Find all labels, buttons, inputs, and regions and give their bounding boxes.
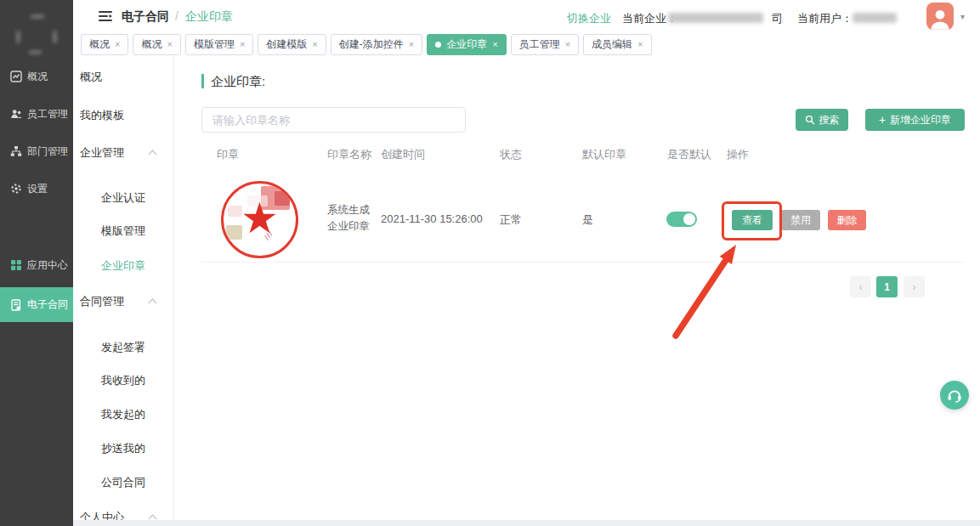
tab-member-edit[interactable]: 成员编辑 × [583,34,651,55]
cell-default-seal: 是 [582,212,593,228]
sidebar-item-label: 应用中心 [27,258,68,273]
close-icon[interactable]: × [565,39,570,49]
tab-overview-1[interactable]: 概况 × [81,34,128,55]
tab-create-add-controls[interactable]: 创建-添加控件 × [331,34,422,55]
pagination-next-button[interactable]: › [904,276,925,297]
submenu-initiate-sign[interactable]: 发起签署 [101,339,145,356]
top-header: 电子合同 / 企业印章 切换企业 当前企业： 司 当前用户： ▾ [73,0,980,32]
current-company-suffix: 司 [772,11,783,26]
page-title: 企业印章: [201,74,265,88]
submenu-cc-me[interactable]: 抄送我的 [101,440,145,457]
submenu-template-mgmt[interactable]: 模版管理 [101,223,145,240]
cell-status: 正常 [500,212,522,228]
tab-overview-2[interactable]: 概况 × [133,34,180,55]
close-icon[interactable]: × [637,39,643,49]
current-company-redacted [668,13,763,23]
submenu-company-contracts[interactable]: 公司合同 [101,474,145,491]
seal-name-search-input[interactable] [201,107,466,133]
open-tabs-bar: 概况 × 概况 × 模版管理 × 创建模版 × 创建-添加控件 × 企业印章 ×… [73,32,980,56]
overview-icon [10,71,22,82]
chevron-up-icon[interactable] [149,299,157,308]
cell-seal-name: 系统生成 企业印章 [327,202,370,235]
sidebar-item-departments[interactable]: 部门管理 [0,134,73,168]
add-enterprise-seal-button[interactable]: + 新增企业印章 [865,109,965,131]
secondary-sidebar: 概况 我的模板 企业管理 企业认证 模版管理 企业印章 合同管理 发起签署 我收… [73,56,174,526]
company-logo [0,7,73,61]
customer-service-fab[interactable] [940,381,969,410]
submenu-initiated[interactable]: 我发起的 [101,406,145,423]
bottom-strip [73,520,980,526]
submenu-enterprise-mgmt[interactable]: 企业管理 [80,144,124,161]
primary-sidebar: 概况 员工管理 部门管理 设置 应用中心 [0,0,73,526]
close-icon[interactable]: × [115,39,120,49]
search-button[interactable]: 搜索 [796,109,848,131]
logo-blur-mark [31,15,44,18]
close-icon[interactable]: × [312,39,317,49]
disable-seal-button[interactable]: 禁用 [781,210,820,230]
col-header-status: 状态 [500,147,522,162]
submenu-overview[interactable]: 概况 [80,69,102,86]
annotation-arrow [650,236,769,351]
user-avatar[interactable] [926,3,954,30]
tab-label: 成员编辑 [592,37,632,52]
tab-label: 企业印章 [446,37,487,52]
col-header-default-seal: 默认印章 [582,147,626,162]
breadcrumb-root[interactable]: 电子合同 [122,9,169,25]
submenu-contract-mgmt[interactable]: 合同管理 [80,293,124,310]
close-icon[interactable]: × [492,39,497,49]
tab-label: 创建模版 [266,37,307,52]
search-button-label: 搜索 [819,113,840,127]
current-user-label: 当前用户： [797,11,853,26]
sidebar-item-e-contract[interactable]: 电子合同 [0,287,73,322]
annotation-highlight-box [722,201,782,240]
plus-icon: + [879,115,886,125]
sidebar-item-employees[interactable]: 员工管理 [0,97,73,131]
col-header-is-default: 是否默认 [667,147,711,162]
breadcrumb-current: 企业印章 [185,9,233,25]
departments-icon [10,145,22,157]
row-divider [201,262,965,263]
submenu-received[interactable]: 我收到的 [101,372,145,389]
sidebar-item-label: 部门管理 [27,144,68,159]
sidebar-item-app-center[interactable]: 应用中心 [0,248,73,282]
submenu-enterprise-seal[interactable]: 企业印章 [101,257,145,274]
close-icon[interactable]: × [167,39,172,49]
active-tab-dot-icon [435,42,441,48]
tab-label: 员工管理 [519,37,560,52]
seal-name-line1: 系统生成 [327,202,370,218]
sidebar-item-label: 概况 [27,70,48,84]
logo-blur-mark [54,31,56,43]
headset-icon [946,387,963,404]
tab-label: 模版管理 [194,37,235,52]
apps-icon [10,259,22,271]
logo-blur-mark [17,31,20,43]
user-menu-caret-icon[interactable]: ▾ [960,12,965,21]
tab-template-mgmt[interactable]: 模版管理 × [185,34,253,55]
col-header-created: 创建时间 [381,147,425,162]
switch-company-link[interactable]: 切换企业 [567,11,611,26]
sidebar-item-overview[interactable]: 概况 [0,59,73,93]
enterprise-seal-image: ★ /// [221,181,298,258]
tab-employee-mgmt[interactable]: 员工管理 × [511,34,579,55]
chevron-up-icon[interactable] [149,150,157,159]
sidebar-item-settings[interactable]: 设置 [0,172,73,206]
is-default-toggle[interactable] [666,212,697,227]
main-content: 企业印章: 搜索 + 新增企业印章 印章 印章名称 创建时间 状态 默认印章 是… [174,56,980,526]
pagination-page-1[interactable]: 1 [876,276,898,297]
delete-seal-button[interactable]: 删除 [828,210,866,230]
col-header-seal: 印章 [217,147,239,162]
contract-icon [10,299,22,311]
collapse-sidebar-icon[interactable] [99,10,112,22]
close-icon[interactable]: × [240,39,245,49]
submenu-enterprise-auth[interactable]: 企业认证 [101,189,145,206]
tab-enterprise-seal[interactable]: 企业印章 × [427,34,506,55]
submenu-my-templates[interactable]: 我的模板 [80,107,124,124]
pagination-prev-button[interactable]: ‹ [850,276,871,297]
close-icon[interactable]: × [409,39,414,49]
tab-create-template[interactable]: 创建模版 × [258,34,326,55]
settings-icon [10,183,22,195]
tab-label: 创建-添加控件 [339,37,404,52]
avatar-person-icon [927,6,953,30]
employees-icon [10,108,22,120]
add-button-label: 新增企业印章 [890,113,951,127]
